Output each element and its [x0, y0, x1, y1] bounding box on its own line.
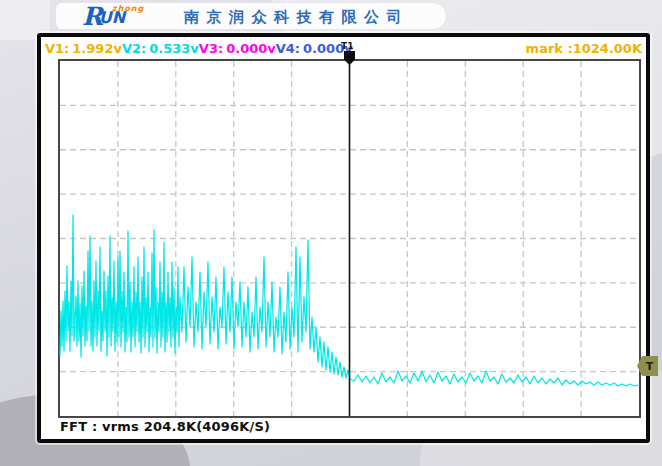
- company-name: 南京润众科技有限公司: [184, 8, 409, 27]
- channel-v4-label: V4:: [276, 41, 300, 56]
- runzhong-logo: RUN zhong: [82, 3, 125, 31]
- instrument-screenshot: RUN zhong 南京润众科技有限公司 V1: 1.992v V2: 0.53…: [0, 0, 662, 466]
- channel-v3-readout: V3: 0.000v: [199, 41, 276, 56]
- oscilloscope-screen: V1: 1.992v V2: 0.533v V3: 0.000v V4: 0.0…: [37, 33, 650, 443]
- plot-area[interactable]: T1: [58, 59, 641, 418]
- channel-v3-value: 0.000v: [226, 41, 276, 56]
- fft-trace-plot: [60, 61, 639, 416]
- logo-zhong-superscript: zhong: [112, 4, 144, 13]
- channel-v1-label: V1:: [45, 41, 69, 56]
- trigger-tag-label: T: [646, 360, 654, 373]
- fft-mode-readout: FFT : vrms 204.8K(4096K/S): [60, 419, 270, 434]
- channel-v2-value: 0.533v: [149, 41, 199, 56]
- channel-v1-readout: V1: 1.992v: [45, 41, 122, 56]
- channel-v3-label: V3:: [199, 41, 223, 56]
- channel-v2-readout: V2: 0.533v: [122, 41, 199, 56]
- mark-frequency-readout: mark :1024.00K: [526, 41, 642, 56]
- channel-v1-value: 1.992v: [72, 41, 122, 56]
- t1-cursor-label: T1: [341, 41, 353, 51]
- channel-v2-label: V2:: [122, 41, 146, 56]
- brand-header: RUN zhong 南京润众科技有限公司: [55, 2, 447, 30]
